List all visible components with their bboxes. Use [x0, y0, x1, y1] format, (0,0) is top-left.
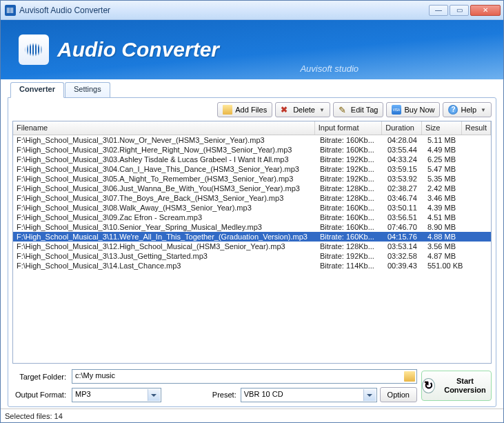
toolbar: Add Files Delete ▼ Edit Tag Buy Now	[12, 102, 492, 117]
table-row[interactable]: F:\High_School_Musical_3\12.High_School_…	[13, 242, 491, 251]
col-header-size[interactable]: Size	[422, 121, 462, 135]
chevron-down-icon: ▼	[481, 107, 486, 113]
tab-converter[interactable]: Converter	[10, 82, 64, 98]
delete-icon	[281, 105, 290, 115]
maximize-button[interactable]: ▭	[450, 5, 469, 16]
preset-combo[interactable]: VBR 10 CD	[241, 388, 377, 402]
target-folder-label: Target Folder:	[12, 373, 69, 381]
table-row[interactable]: F:\High_School_Musical_3\09.Zac Efron - …	[13, 213, 491, 222]
table-row[interactable]: F:\High_School_Musical_3\13.Just_Getting…	[13, 251, 491, 261]
file-list: Filename Input format Duration Size Resu…	[12, 121, 492, 364]
table-row[interactable]: F:\High_School_Musical_3\02.Right_Here_R…	[13, 145, 491, 155]
output-format-label: Output Format:	[12, 391, 69, 399]
col-header-result[interactable]: Result	[462, 121, 491, 135]
edit-icon	[339, 105, 348, 115]
browse-folder-icon[interactable]	[404, 371, 415, 382]
table-row[interactable]: F:\High_School_Musical_3\08.Walk_Away_(H…	[13, 203, 491, 213]
start-conversion-button[interactable]: Start Conversion	[421, 371, 492, 401]
table-row[interactable]: F:\High_School_Musical_3\01.Now_Or_Never…	[13, 135, 491, 145]
table-row[interactable]: F:\High_School_Musical_3\11.We're_All_In…	[13, 232, 491, 242]
banner-title: Audio Converter	[57, 38, 219, 61]
logo-icon	[19, 35, 49, 65]
list-body[interactable]: F:\High_School_Musical_3\01.Now_Or_Never…	[13, 135, 491, 363]
add-files-label: Add Files	[235, 106, 267, 114]
minimize-button[interactable]: —	[429, 5, 448, 16]
col-header-duration[interactable]: Duration	[382, 121, 422, 135]
buy-now-button[interactable]: Buy Now	[386, 102, 440, 117]
table-row[interactable]: F:\High_School_Musical_3\10.Senior_Year_…	[13, 222, 491, 232]
table-row[interactable]: F:\High_School_Musical_3\05.A_Night_To_R…	[13, 174, 491, 184]
preset-label: Preset:	[211, 391, 238, 399]
chevron-down-icon: ▼	[319, 107, 325, 113]
banner: Audio Converter Auvisoft studio	[1, 20, 503, 79]
app-icon	[5, 5, 16, 16]
tab-settings[interactable]: Settings	[65, 82, 110, 97]
help-icon	[448, 105, 458, 115]
table-row[interactable]: F:\High_School_Musical_3\07.The_Boys_Are…	[13, 193, 491, 203]
help-label: Help	[461, 106, 476, 114]
table-row[interactable]: F:\High_School_Musical_3\06.Just_Wanna_B…	[13, 184, 491, 193]
folder-icon	[223, 105, 232, 115]
delete-button[interactable]: Delete ▼	[275, 102, 330, 117]
status-bar: Selected files: 14	[1, 409, 503, 422]
buy-now-label: Buy Now	[404, 106, 434, 114]
add-files-button[interactable]: Add Files	[217, 102, 272, 117]
card-icon	[392, 105, 401, 115]
list-header[interactable]: Filename Input format Duration Size Resu…	[13, 121, 491, 135]
titlebar[interactable]: Auvisoft Audio Converter — ▭ ✕	[1, 1, 503, 20]
target-folder-input[interactable]: c:\My music	[72, 369, 417, 384]
start-label: Start Conversion	[439, 377, 491, 395]
refresh-icon	[422, 378, 435, 393]
col-header-filename[interactable]: Filename	[13, 121, 315, 135]
close-button[interactable]: ✕	[470, 5, 501, 16]
option-button[interactable]: Option	[380, 387, 417, 402]
status-text: Selected files: 14	[5, 412, 63, 420]
banner-subtitle: Auvisoft studio	[300, 63, 359, 74]
col-header-format[interactable]: Input format	[315, 121, 383, 135]
help-button[interactable]: Help ▼	[443, 102, 492, 117]
tab-strip: Converter Settings	[10, 82, 496, 97]
edit-tag-button[interactable]: Edit Tag	[333, 102, 384, 117]
output-format-combo[interactable]: MP3	[72, 388, 161, 402]
edit-tag-label: Edit Tag	[351, 106, 379, 114]
delete-label: Delete	[293, 106, 315, 114]
table-row[interactable]: F:\High_School_Musical_3\04.Can_I_Have_T…	[13, 164, 491, 174]
table-row[interactable]: F:\High_School_Musical_3\03.Ashley Tisda…	[13, 155, 491, 164]
table-row[interactable]: F:\High_School_Musical_3\14.Last_Chance.…	[13, 261, 491, 270]
window-title: Auvisoft Audio Converter	[19, 6, 429, 15]
